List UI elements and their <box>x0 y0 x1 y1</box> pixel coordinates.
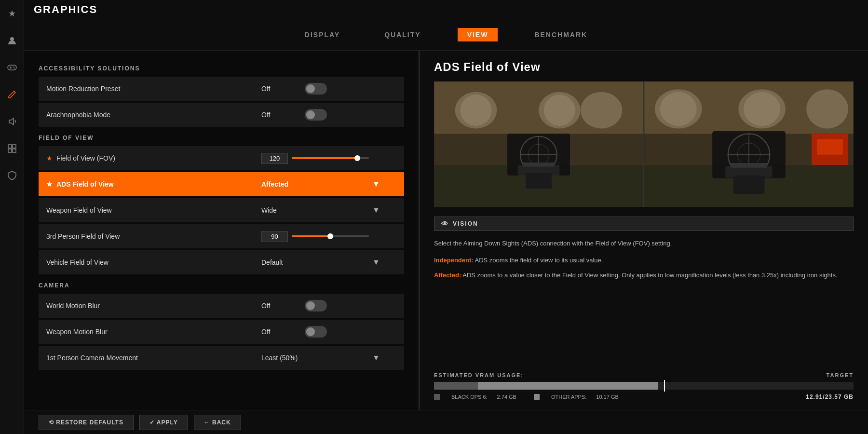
chevron-down-vehicle-fov: ▼ <box>372 258 380 267</box>
section-title-accessibility: ACCESSIBILITY SOLUTIONS <box>39 65 404 72</box>
svg-rect-17 <box>581 92 623 129</box>
slider-fov[interactable] <box>261 153 369 164</box>
restore-defaults-button[interactable]: ⟲ RESTORE DEFAULTS <box>39 415 134 430</box>
setting-label-vehicle-fov: Vehicle Field of View <box>46 258 261 266</box>
toggle-arachnophobia[interactable] <box>305 109 327 121</box>
info-description: Select the Aiming Down Sights (ADS) conn… <box>434 239 854 249</box>
tab-benchmark[interactable]: BENCHMARK <box>527 28 595 41</box>
svg-rect-30 <box>660 92 697 126</box>
svg-rect-25 <box>523 163 555 167</box>
bottom-bar: ⟲ RESTORE DEFAULTS ✓ APPLY ← BACK <box>24 410 868 434</box>
setting-row-fov: ★ Field of View (FOV) <box>39 146 404 170</box>
fov-slider-fill <box>292 157 357 159</box>
3rd-person-fov-slider-thumb[interactable] <box>327 233 333 239</box>
info-panel: ADS Field of View <box>420 51 868 410</box>
chevron-down-weapon-fov: ▼ <box>372 206 380 215</box>
vram-total: 12.91/23.57 GB <box>806 393 854 400</box>
setting-row-3rd-person-fov: 3rd Person Field of View <box>39 224 404 248</box>
setting-label-world-motion-blur: World Motion Blur <box>46 302 261 310</box>
sidebar-icon-controller[interactable] <box>3 59 21 76</box>
star-icon-ads-fov: ★ <box>46 180 53 188</box>
option-label-independent: Independent: <box>434 257 474 264</box>
vram-bar-other <box>478 382 658 390</box>
vram-bar-container <box>434 382 854 390</box>
toggle-weapon-motion-blur[interactable] <box>305 326 327 338</box>
svg-marker-6 <box>9 118 14 125</box>
preview-right-svg <box>644 81 854 207</box>
svg-rect-14 <box>461 95 492 126</box>
3rd-person-fov-input[interactable] <box>261 231 288 242</box>
vram-bar-ops <box>434 382 478 390</box>
settings-panel: ACCESSIBILITY SOLUTIONS Motion Reduction… <box>24 51 420 410</box>
vram-target-label: TARGET <box>827 372 854 378</box>
svg-rect-43 <box>731 163 767 168</box>
svg-rect-26 <box>526 173 552 189</box>
svg-rect-44 <box>733 176 765 194</box>
vram-ops-value: 2.74 GB <box>497 394 516 400</box>
setting-label-1st-person-camera: 1st Person Camera Movement <box>46 354 261 362</box>
section-title-camera: CAMERA <box>39 282 404 289</box>
top-header: GRAPHICS <box>24 0 868 19</box>
info-option-affected: Affected: ADS zooms to a value closer to… <box>434 271 854 281</box>
preview-image <box>434 81 854 207</box>
svg-point-0 <box>10 37 14 41</box>
apply-button[interactable]: ✓ APPLY <box>139 415 188 430</box>
option-text-affected: ADS zooms to a value closer to the Field… <box>461 271 837 279</box>
sidebar: ★ <box>0 0 24 434</box>
eye-icon: 👁 <box>441 220 449 228</box>
option-label-affected: Affected: <box>434 271 461 279</box>
legend-box-other <box>534 394 540 400</box>
back-button[interactable]: ← BACK <box>194 415 241 430</box>
svg-rect-32 <box>744 92 780 126</box>
tab-navigation: DISPLAY QUALITY VIEW BENCHMARK <box>24 19 868 51</box>
sidebar-icon-pencil[interactable] <box>3 86 21 103</box>
fov-slider-thumb[interactable] <box>354 155 360 161</box>
fov-input[interactable] <box>261 153 288 164</box>
tab-view[interactable]: VIEW <box>458 28 498 41</box>
svg-point-5 <box>14 68 15 68</box>
toggle-motion-reduction[interactable] <box>305 83 327 95</box>
vram-header: ESTIMATED VRAM USAGE: TARGET <box>434 372 854 378</box>
setting-label-weapon-fov: Weapon Field of View <box>46 206 261 214</box>
toggle-world-motion-blur[interactable] <box>305 300 327 312</box>
info-option-independent: Independent: ADS zooms the field of view… <box>434 256 854 266</box>
sidebar-icon-audio[interactable] <box>3 113 21 130</box>
sidebar-icon-profile[interactable] <box>3 32 21 49</box>
vehicle-fov-dropdown[interactable]: Default ▼ <box>261 258 392 267</box>
chevron-down-ads-fov: ▼ <box>372 180 380 189</box>
tab-quality[interactable]: QUALITY <box>377 28 428 41</box>
preview-left <box>434 81 643 207</box>
ads-fov-dropdown[interactable]: Affected ▼ <box>261 180 392 189</box>
star-icon-fov: ★ <box>46 154 53 162</box>
setting-row-weapon-fov: Weapon Field of View Wide ▼ <box>39 198 404 222</box>
setting-value-world-motion-blur: Off <box>261 300 396 312</box>
option-text-independent: ADS zooms the field of view to its usual… <box>474 257 603 264</box>
svg-rect-10 <box>13 149 16 152</box>
3rd-person-fov-slider-track[interactable] <box>292 235 369 237</box>
setting-row-vehicle-fov: Vehicle Field of View Default ▼ <box>39 250 404 274</box>
setting-value-1st-person-camera: Least (50%) ▼ <box>261 353 396 362</box>
vram-section: ESTIMATED VRAM USAGE: TARGET BLACK OPS 6… <box>434 372 854 400</box>
setting-label-3rd-person-fov: 3rd Person Field of View <box>46 232 261 240</box>
legend-box-ops <box>434 394 440 400</box>
setting-row-world-motion-blur: World Motion Blur Off <box>39 294 404 318</box>
setting-value-motion-reduction: Off <box>261 83 396 95</box>
page-title: GRAPHICS <box>34 3 97 16</box>
vram-other-label: OTHER APPS: <box>551 394 586 400</box>
weapon-fov-dropdown[interactable]: Wide ▼ <box>261 206 392 215</box>
tab-display[interactable]: DISPLAY <box>297 28 348 41</box>
setting-value-3rd-person-fov <box>261 231 396 242</box>
setting-value-fov <box>261 153 396 164</box>
slider-3rd-person-fov[interactable] <box>261 231 369 242</box>
setting-value-vehicle-fov: Default ▼ <box>261 258 396 267</box>
setting-row-ads-fov[interactable]: ★ ADS Field of View Affected ▼ <box>39 172 404 196</box>
sidebar-icon-shield[interactable] <box>3 167 21 184</box>
1st-person-camera-dropdown[interactable]: Least (50%) ▼ <box>261 353 392 362</box>
fov-slider-track[interactable] <box>292 157 369 159</box>
vram-ops-label: BLACK OPS 6: <box>451 394 488 400</box>
setting-label-arachnophobia: Arachnophobia Mode <box>46 111 261 119</box>
setting-row-weapon-motion-blur: Weapon Motion Blur Off <box>39 320 404 344</box>
sidebar-icon-star[interactable]: ★ <box>3 5 21 22</box>
sidebar-icon-grid[interactable] <box>3 140 21 157</box>
setting-label-motion-reduction: Motion Reduction Preset <box>46 85 261 93</box>
